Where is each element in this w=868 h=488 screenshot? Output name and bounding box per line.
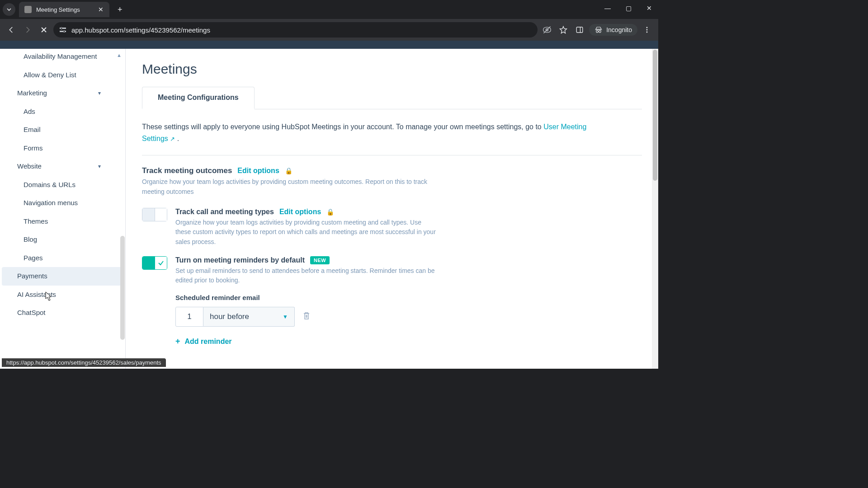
sidebar-item-label: Forms bbox=[24, 144, 43, 152]
sidebar-item-label: Marketing bbox=[17, 88, 47, 99]
main-scrollbar[interactable] bbox=[652, 49, 658, 369]
stop-reload-button[interactable] bbox=[37, 23, 51, 37]
sidebar-item-payments[interactable]: Payments bbox=[2, 267, 123, 286]
svg-rect-6 bbox=[576, 27, 583, 33]
edit-options-outcomes-button[interactable]: Edit options bbox=[237, 167, 279, 175]
sidebar-item-label: Navigation menus bbox=[24, 199, 78, 206]
track-outcomes-title: Track meeting outcomes bbox=[142, 166, 232, 175]
new-badge: NEW bbox=[310, 256, 330, 264]
main-content: Meetings Meeting Configurations These se… bbox=[126, 49, 658, 369]
chevron-down-icon: ▾ bbox=[98, 89, 114, 97]
sidebar-item-blog[interactable]: Blog bbox=[2, 230, 123, 249]
tracking-protection-icon[interactable] bbox=[540, 23, 554, 37]
sidebar-item-label: Email bbox=[24, 126, 41, 133]
chevron-down-icon: ▾ bbox=[98, 162, 114, 170]
track-outcomes-desc: Organize how your team logs activities b… bbox=[142, 177, 431, 197]
reminders-desc: Set up email reminders to send to attend… bbox=[175, 266, 438, 286]
edit-options-types-button[interactable]: Edit options bbox=[279, 208, 321, 216]
window-minimize-button[interactable]: — bbox=[601, 5, 614, 12]
settings-sidebar: ▲ Availability Management Allow & Deny L… bbox=[0, 49, 126, 369]
intro-prefix: These settings will apply to everyone us… bbox=[142, 123, 543, 131]
bookmark-button[interactable] bbox=[557, 23, 570, 37]
main-scrollbar-thumb[interactable] bbox=[653, 50, 657, 181]
window-maximize-button[interactable]: ▢ bbox=[622, 5, 635, 12]
nav-forward-button[interactable] bbox=[21, 23, 34, 37]
reminders-toggle[interactable] bbox=[142, 256, 167, 270]
tab-favicon bbox=[24, 6, 32, 13]
lock-icon: 🔒 bbox=[326, 208, 334, 216]
svg-point-9 bbox=[599, 31, 601, 33]
url-text: app.hubspot.com/settings/45239562/meetin… bbox=[71, 26, 210, 34]
sidebar-item-ai-assistants[interactable]: AI Assistants bbox=[2, 286, 123, 304]
svg-point-2 bbox=[61, 28, 62, 29]
track-types-toggle[interactable] bbox=[142, 208, 167, 221]
sidebar-scrollbar-thumb[interactable] bbox=[120, 236, 125, 340]
sidebar-item-ads[interactable]: Ads bbox=[2, 103, 123, 121]
tabs-dropdown-button[interactable] bbox=[3, 3, 15, 16]
caret-down-icon: ▼ bbox=[283, 314, 288, 320]
divider bbox=[142, 155, 642, 155]
intro-text: These settings will apply to everyone us… bbox=[142, 121, 594, 144]
sidebar-group-website[interactable]: Website ▾ bbox=[2, 157, 123, 176]
external-link-icon: ↗ bbox=[170, 135, 175, 144]
sidebar-item-forms[interactable]: Forms bbox=[2, 139, 123, 158]
sidebar-item-pages[interactable]: Pages bbox=[2, 249, 123, 267]
delete-reminder-button[interactable] bbox=[303, 312, 310, 322]
sidebar-item-navigation-menus[interactable]: Navigation menus bbox=[2, 194, 123, 212]
sidebar-item-label: AI Assistants bbox=[17, 291, 56, 298]
sidebar-item-chatspot[interactable]: ChatSpot bbox=[2, 304, 123, 322]
check-icon bbox=[158, 260, 164, 266]
window-close-button[interactable]: ✕ bbox=[643, 5, 656, 12]
svg-point-13 bbox=[646, 32, 648, 33]
sidebar-scroll-up-icon[interactable]: ▲ bbox=[117, 52, 122, 58]
incognito-indicator[interactable]: Incognito bbox=[589, 24, 637, 36]
sidebar-item-email[interactable]: Email bbox=[2, 121, 123, 139]
browser-menu-button[interactable] bbox=[640, 23, 654, 37]
sidebar-item-label: Domains & URLs bbox=[24, 181, 75, 188]
browser-tab[interactable]: Meeting Settings ✕ bbox=[19, 2, 109, 17]
sidebar-item-label: Ads bbox=[24, 108, 35, 115]
incognito-label: Incognito bbox=[606, 26, 632, 33]
sidebar-item-availability-management[interactable]: Availability Management bbox=[2, 51, 123, 66]
add-reminder-label: Add reminder bbox=[185, 338, 232, 346]
reminder-unit-select[interactable]: hour before ▼ bbox=[203, 307, 295, 327]
page-title: Meetings bbox=[142, 61, 642, 77]
svg-point-12 bbox=[646, 29, 648, 31]
svg-point-11 bbox=[646, 27, 648, 28]
app-top-banner bbox=[0, 41, 658, 49]
sidebar-item-label: Themes bbox=[24, 217, 48, 225]
plus-icon: + bbox=[175, 337, 180, 346]
side-panel-button[interactable] bbox=[573, 23, 586, 37]
svg-point-8 bbox=[596, 31, 599, 33]
sidebar-item-domains-urls[interactable]: Domains & URLs bbox=[2, 176, 123, 194]
intro-suffix: . bbox=[175, 135, 179, 142]
nav-back-button[interactable] bbox=[5, 23, 18, 37]
sidebar-item-label: Availability Management bbox=[24, 52, 97, 60]
track-types-title: Track call and meeting types bbox=[175, 208, 274, 216]
sidebar-group-marketing[interactable]: Marketing ▾ bbox=[2, 84, 123, 103]
sidebar-item-label: Pages bbox=[24, 254, 43, 262]
sidebar-item-label: ChatSpot bbox=[17, 309, 46, 316]
track-types-desc: Organize how your team logs activities b… bbox=[175, 218, 438, 247]
new-tab-button[interactable]: + bbox=[114, 3, 126, 16]
sidebar-item-themes[interactable]: Themes bbox=[2, 212, 123, 231]
scheduled-reminder-heading: Scheduled reminder email bbox=[175, 294, 642, 301]
sidebar-item-label: Allow & Deny List bbox=[24, 71, 76, 79]
tab-title: Meeting Settings bbox=[36, 6, 80, 13]
incognito-icon bbox=[594, 26, 603, 34]
reminders-title: Turn on meeting reminders by default bbox=[175, 256, 305, 264]
svg-point-3 bbox=[63, 31, 65, 33]
reminder-quantity-input[interactable]: 1 bbox=[175, 307, 203, 327]
sidebar-item-allow-deny-list[interactable]: Allow & Deny List bbox=[2, 66, 123, 84]
add-reminder-button[interactable]: + Add reminder bbox=[175, 337, 642, 346]
sidebar-item-label: Website bbox=[17, 161, 42, 172]
tab-label: Meeting Configurations bbox=[158, 94, 239, 101]
content-tabs: Meeting Configurations bbox=[142, 87, 642, 109]
tab-close-button[interactable]: ✕ bbox=[98, 6, 104, 13]
sidebar-item-label: Payments bbox=[17, 272, 47, 280]
sidebar-item-label: Blog bbox=[24, 235, 37, 243]
tab-meeting-configurations[interactable]: Meeting Configurations bbox=[142, 87, 255, 109]
address-bar[interactable]: app.hubspot.com/settings/45239562/meetin… bbox=[53, 22, 538, 38]
lock-icon: 🔒 bbox=[285, 167, 292, 174]
site-settings-icon[interactable] bbox=[59, 26, 67, 34]
